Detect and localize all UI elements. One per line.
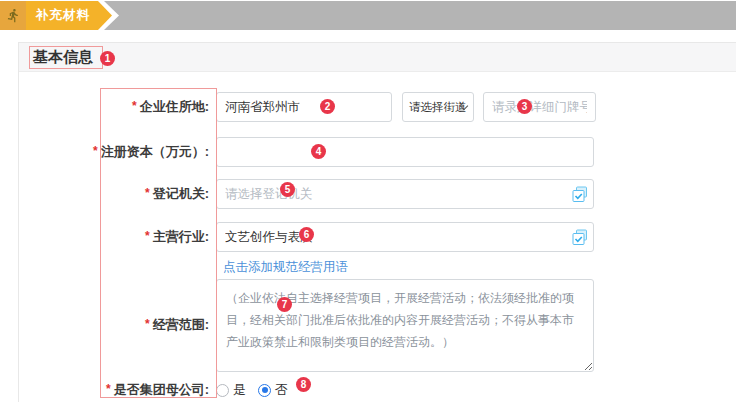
radio-yes[interactable]: 是 [216, 381, 246, 399]
industry-input[interactable] [216, 222, 594, 252]
add-terms-link[interactable]: 点击添加规范经营用语 [223, 260, 348, 274]
required-mark: * [132, 99, 137, 113]
required-mark: * [145, 229, 150, 243]
address-label: *企业住所地: [19, 92, 216, 122]
step-supplementary-materials[interactable]: 补充材料 [0, 1, 112, 30]
add-terms-row: 点击添加规范经营用语 [19, 257, 736, 276]
annotation-badge-3: 3 [517, 99, 532, 114]
basic-info-form: *企业住所地: 请选择街道 *注册资本（万元）: [19, 72, 736, 399]
radio-no-circle [258, 384, 271, 397]
annotation-badge-8: 8 [296, 377, 311, 392]
street-select[interactable]: 请选择街道 [402, 92, 474, 122]
field-row-industry: *主营行业: [19, 222, 736, 252]
step-next-segment [100, 1, 736, 30]
industry-label: *主营行业: [19, 222, 216, 252]
radio-yes-label: 是 [233, 381, 246, 399]
required-mark: * [145, 186, 150, 200]
authority-input[interactable] [216, 179, 594, 209]
field-row-capital: *注册资本（万元）: [19, 137, 736, 167]
radio-yes-circle [216, 384, 229, 397]
annotation-badge-7: 7 [277, 297, 292, 312]
street-select-value: 请选择街道 [409, 101, 467, 113]
basic-info-panel: 基本信息 *企业住所地: 请选择街道 *注册资本（万元）: [18, 42, 736, 402]
scope-textarea[interactable]: （企业依法自主选择经营项目，开展经营活动；依法须经批准的项目，经相关部门批准后依… [216, 279, 594, 372]
runner-icon [0, 1, 26, 30]
required-mark: * [145, 317, 150, 331]
annotation-badge-6: 6 [299, 227, 314, 242]
authority-picker-icon[interactable] [572, 186, 589, 203]
address-city-input[interactable] [216, 92, 392, 122]
scope-label: *经营范围: [19, 279, 216, 333]
capital-label: *注册资本（万元）: [19, 137, 216, 167]
section-title: 基本信息 [33, 48, 93, 67]
capital-input[interactable] [216, 137, 594, 167]
group-parent-radios: 是 否 [216, 381, 300, 399]
address-detail-input[interactable] [483, 92, 596, 122]
required-mark: * [93, 144, 98, 158]
industry-picker-icon[interactable] [572, 229, 589, 246]
field-row-address: *企业住所地: 请选择街道 [19, 92, 736, 122]
section-header: 基本信息 [19, 43, 736, 72]
annotation-badge-4: 4 [311, 144, 326, 159]
wizard-stepper: 补充材料 [0, 1, 736, 30]
field-row-authority: *登记机关: [19, 179, 736, 209]
step-label: 补充材料 [36, 1, 90, 30]
radio-no-label: 否 [275, 381, 288, 399]
field-row-group-parent: *是否集团母公司: 是 否 [19, 381, 736, 399]
annotation-badge-2: 2 [320, 99, 335, 114]
required-mark: * [106, 382, 111, 396]
field-row-scope: *经营范围: （企业依法自主选择经营项目，开展经营活动；依法须经批准的项目，经相… [19, 279, 736, 372]
radio-no[interactable]: 否 [258, 381, 288, 399]
annotation-badge-5: 5 [280, 182, 295, 197]
page: 补充材料 基本信息 *企业住所地: 请选择街道 [0, 0, 736, 402]
group-parent-label: *是否集团母公司: [19, 381, 216, 399]
annotation-badge-1: 1 [100, 51, 115, 66]
authority-label: *登记机关: [19, 179, 216, 209]
